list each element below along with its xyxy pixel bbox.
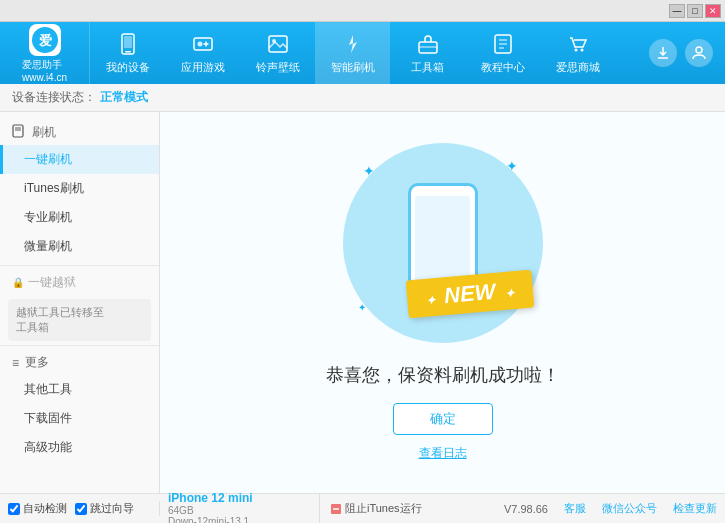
service-link[interactable]: 客服 — [564, 501, 586, 516]
svg-rect-5 — [194, 38, 212, 50]
logo-icon: 爱 — [29, 24, 61, 56]
nav-smart-flash[interactable]: 智能刷机 — [315, 22, 390, 84]
sidebar-item-itunes-flash[interactable]: iTunes刷机 — [0, 174, 159, 203]
mall-icon — [564, 32, 592, 56]
itunes-flash-label: iTunes刷机 — [24, 181, 84, 195]
nav-toolbox-label: 工具箱 — [411, 60, 444, 75]
nav-tutorial-label: 教程中心 — [481, 60, 525, 75]
sparkle-1: ✦ — [363, 163, 375, 179]
locked-label: 一键越狱 — [28, 274, 76, 291]
nav-smart-flash-label: 智能刷机 — [331, 60, 375, 75]
more-section-label: 更多 — [25, 354, 49, 371]
sidebar-item-restore-flash[interactable]: 微量刷机 — [0, 232, 159, 261]
new-badge-text: NEW — [443, 279, 496, 308]
pro-flash-label: 专业刷机 — [24, 210, 72, 224]
sidebar-divider-2 — [0, 345, 159, 346]
new-star-left: ✦ — [425, 293, 436, 308]
maximize-button[interactable]: □ — [687, 4, 703, 18]
auto-detect-label: 自动检测 — [23, 501, 67, 516]
toolbox-icon — [414, 32, 442, 56]
info-line2: 工具箱 — [16, 320, 143, 335]
title-bar: — □ ✕ — [0, 0, 725, 22]
wallpaper-icon — [264, 32, 292, 56]
stop-itunes-label: 阻止iTunes运行 — [345, 501, 422, 516]
device-model: Down-12mini-13.1 — [168, 516, 311, 524]
nav-items: 我的设备 应用游戏 铃声壁纸 智能刷机 工具箱 — [90, 22, 649, 84]
nav-toolbox[interactable]: 工具箱 — [390, 22, 465, 84]
header: 爱 爱思助手 www.i4.cn 我的设备 应用游戏 铃声壁纸 — [0, 22, 725, 84]
skip-wizard-input[interactable] — [75, 503, 87, 515]
sidebar-section-more[interactable]: ≡ 更多 — [0, 350, 159, 375]
nav-mall-label: 爱思商城 — [556, 60, 600, 75]
tutorial-icon — [489, 32, 517, 56]
phone-background: ✦ ✦ ✦ ✦ NEW ✦ — [343, 143, 543, 343]
nav-wallpaper-label: 铃声壁纸 — [256, 60, 300, 75]
other-tools-label: 其他工具 — [24, 382, 72, 396]
auto-detect-checkbox[interactable]: 自动检测 — [8, 501, 67, 516]
flash-section-icon — [12, 124, 26, 141]
advanced-label: 高级功能 — [24, 440, 72, 454]
one-click-flash-label: 一键刷机 — [24, 152, 72, 166]
apps-games-icon — [189, 32, 217, 56]
nav-tutorial[interactable]: 教程中心 — [465, 22, 540, 84]
sidebar-item-advanced[interactable]: 高级功能 — [0, 433, 159, 462]
more-section-icon: ≡ — [12, 356, 19, 370]
bottom-bar: 自动检测 跳过向导 iPhone 12 mini 64GB Down-12min… — [0, 493, 725, 523]
nav-mall[interactable]: 爱思商城 — [540, 22, 615, 84]
device-info: iPhone 12 mini 64GB Down-12mini-13.1 — [160, 491, 320, 524]
phone-screen — [415, 196, 470, 281]
sidebar-item-one-click-flash[interactable]: 一键刷机 — [0, 145, 159, 174]
svg-rect-22 — [15, 127, 21, 131]
logo-text: 爱思助手 www.i4.cn — [22, 58, 67, 83]
download-firmware-label: 下载固件 — [24, 411, 72, 425]
close-button[interactable]: ✕ — [705, 4, 721, 18]
sparkle-2: ✦ — [506, 158, 518, 174]
smart-flash-icon — [339, 32, 367, 56]
main-layout: 刷机 一键刷机 iTunes刷机 专业刷机 微量刷机 🔒 一键越狱 越狱工具已转… — [0, 112, 725, 493]
success-illustration: ✦ ✦ ✦ ✦ NEW ✦ — [343, 143, 543, 343]
nav-apps-games-label: 应用游戏 — [181, 60, 225, 75]
nav-apps-games[interactable]: 应用游戏 — [165, 22, 240, 84]
sidebar-item-pro-flash[interactable]: 专业刷机 — [0, 203, 159, 232]
daily-log-link[interactable]: 查看日志 — [419, 445, 467, 462]
stop-icon — [330, 503, 342, 515]
logo[interactable]: 爱 爱思助手 www.i4.cn — [0, 22, 90, 84]
svg-text:爱: 爱 — [38, 33, 51, 48]
bottom-left-section: 自动检测 跳过向导 — [0, 501, 160, 516]
download-button[interactable] — [649, 39, 677, 67]
nav-my-device-label: 我的设备 — [106, 60, 150, 75]
sidebar-divider-1 — [0, 265, 159, 266]
flash-section-label: 刷机 — [32, 124, 56, 141]
nav-my-device[interactable]: 我的设备 — [90, 22, 165, 84]
auto-detect-input[interactable] — [8, 503, 20, 515]
wechat-link[interactable]: 微信公众号 — [602, 501, 657, 516]
svg-point-18 — [580, 48, 583, 51]
sidebar-section-flash[interactable]: 刷机 — [0, 120, 159, 145]
lock-icon: 🔒 — [12, 277, 24, 288]
nav-wallpaper[interactable]: 铃声壁纸 — [240, 22, 315, 84]
my-device-icon — [114, 32, 142, 56]
sparkle-3: ✦ — [358, 302, 366, 313]
minimize-button[interactable]: — — [669, 4, 685, 18]
sidebar-item-other-tools[interactable]: 其他工具 — [0, 375, 159, 404]
user-button[interactable] — [685, 39, 713, 67]
sidebar-locked-jailbreak: 🔒 一键越狱 — [0, 270, 159, 295]
bottom-right-section: V7.98.66 客服 微信公众号 检查更新 — [504, 501, 725, 516]
confirm-button[interactable]: 确定 — [393, 403, 493, 435]
new-star-right: ✦ — [504, 286, 515, 301]
svg-point-17 — [574, 48, 577, 51]
device-storage: 64GB — [168, 505, 311, 516]
version-label: V7.98.66 — [504, 503, 548, 515]
content-area: ✦ ✦ ✦ ✦ NEW ✦ 恭喜您，保资料刷机成功啦！ 确定 查看日 — [160, 112, 725, 493]
restore-flash-label: 微量刷机 — [24, 239, 72, 253]
check-update-link[interactable]: 检查更新 — [673, 501, 717, 516]
success-message: 恭喜您，保资料刷机成功啦！ — [326, 363, 560, 387]
stop-itunes-button[interactable]: 阻止iTunes运行 — [320, 501, 432, 516]
sidebar-info-box: 越狱工具已转移至 工具箱 — [8, 299, 151, 341]
svg-point-20 — [696, 47, 702, 53]
svg-rect-4 — [124, 36, 132, 48]
info-line1: 越狱工具已转移至 — [16, 305, 143, 320]
skip-wizard-checkbox[interactable]: 跳过向导 — [75, 501, 134, 516]
sidebar: 刷机 一键刷机 iTunes刷机 专业刷机 微量刷机 🔒 一键越狱 越狱工具已转… — [0, 112, 160, 493]
sidebar-item-download-firmware[interactable]: 下载固件 — [0, 404, 159, 433]
